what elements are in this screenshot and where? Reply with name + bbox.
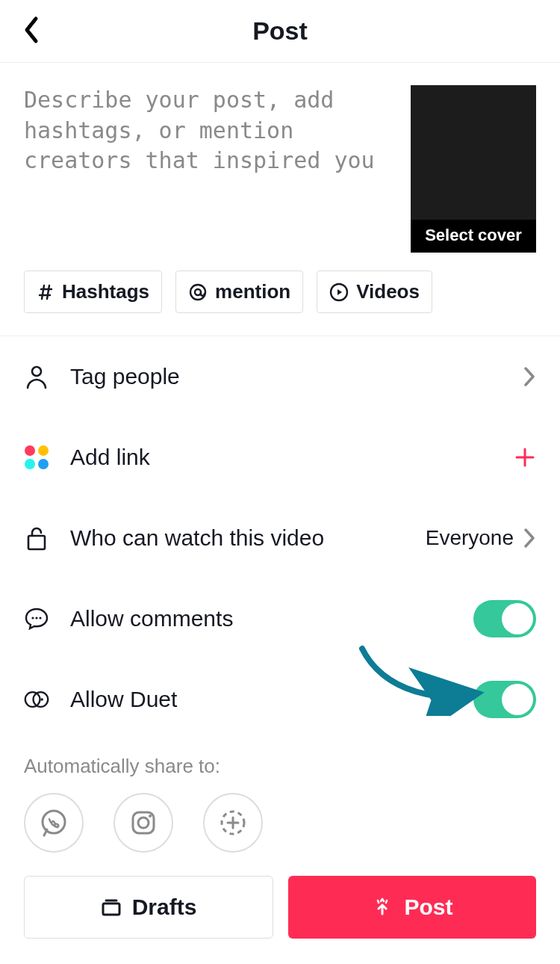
svg-point-7	[39, 617, 41, 619]
svg-point-6	[35, 617, 37, 619]
lock-open-icon	[24, 525, 49, 551]
post-button[interactable]: Post	[288, 876, 536, 939]
svg-point-1	[195, 289, 201, 295]
select-cover-button[interactable]: Select cover	[411, 85, 536, 253]
allow-duet-toggle[interactable]	[473, 681, 536, 718]
svg-rect-4	[28, 536, 45, 549]
allow-duet-row: Allow Duet	[24, 659, 536, 740]
post-upload-icon	[371, 896, 393, 918]
allow-comments-label: Allow comments	[70, 606, 452, 631]
svg-point-10	[40, 698, 43, 701]
bottom-bar: Drafts Post	[0, 876, 560, 964]
privacy-label: Who can watch this video	[70, 525, 405, 551]
svg-point-3	[32, 367, 41, 376]
mention-chip-label: mention	[215, 280, 290, 303]
drafts-icon	[101, 897, 122, 917]
allow-comments-toggle[interactable]	[473, 600, 536, 637]
at-icon	[188, 282, 208, 302]
tag-people-row[interactable]: Tag people	[24, 336, 536, 417]
allow-duet-label: Allow Duet	[70, 687, 452, 712]
dashed-plus-icon	[217, 807, 249, 838]
whatsapp-icon	[38, 807, 69, 838]
compose-area: Select cover	[0, 63, 560, 253]
back-button[interactable]	[22, 16, 39, 47]
privacy-row[interactable]: Who can watch this video Everyone	[24, 498, 536, 578]
share-to-label: Automatically share to:	[0, 740, 560, 785]
share-whatsapp-button[interactable]	[24, 793, 84, 853]
instagram-icon	[128, 807, 159, 838]
header: Post	[0, 0, 560, 63]
videos-chip[interactable]: Videos	[317, 271, 432, 313]
share-instagram-button[interactable]	[113, 793, 173, 853]
select-cover-label: Select cover	[411, 220, 536, 253]
svg-point-0	[190, 285, 205, 300]
comment-icon	[24, 606, 49, 631]
hashtags-chip[interactable]: Hashtags	[24, 271, 162, 313]
chevron-right-icon	[523, 527, 536, 549]
person-icon	[24, 364, 49, 389]
duet-icon	[24, 688, 49, 711]
mention-chip[interactable]: mention	[175, 271, 303, 313]
drafts-button[interactable]: Drafts	[24, 876, 273, 939]
privacy-value: Everyone	[426, 526, 514, 550]
svg-point-5	[31, 617, 34, 619]
svg-point-14	[149, 815, 152, 818]
link-four-dots-icon	[24, 445, 49, 469]
svg-point-13	[138, 818, 149, 828]
hash-icon	[37, 283, 55, 301]
tag-people-label: Tag people	[70, 364, 502, 389]
hashtags-chip-label: Hashtags	[62, 280, 149, 303]
chevron-right-icon	[523, 365, 536, 388]
add-link-label: Add link	[70, 445, 493, 470]
add-link-row[interactable]: Add link	[24, 417, 536, 498]
chip-row: Hashtags mention Videos	[0, 253, 560, 336]
chevron-left-icon	[22, 16, 39, 44]
videos-chip-label: Videos	[356, 280, 420, 303]
svg-rect-16	[103, 903, 119, 915]
page-title: Post	[252, 16, 308, 46]
share-more-button[interactable]	[203, 793, 263, 853]
play-circle-icon	[329, 282, 349, 302]
plus-icon	[514, 446, 536, 469]
drafts-label: Drafts	[132, 895, 197, 920]
caption-input[interactable]	[24, 85, 396, 253]
share-targets	[0, 785, 560, 875]
options-list: Tag people Add link	[0, 336, 560, 740]
allow-comments-row: Allow comments	[24, 578, 536, 659]
post-label: Post	[404, 895, 452, 920]
